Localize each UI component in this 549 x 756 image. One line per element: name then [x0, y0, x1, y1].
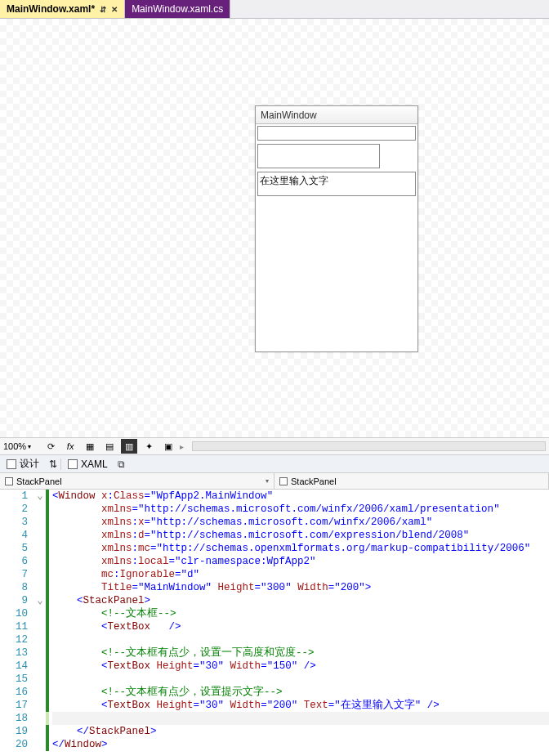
preview-window[interactable]: MainWindow 在这里输入文字 [255, 105, 418, 352]
tab-label: MainWindow.xaml* [7, 3, 95, 15]
code-line[interactable]: Title="MainWindow" Height="300" Width="2… [52, 581, 549, 594]
code-line[interactable]: <TextBox Height="30" Width="150" /> [52, 660, 549, 673]
close-icon[interactable]: ✕ [111, 5, 118, 14]
design-view-button[interactable]: 设计 [0, 455, 46, 472]
line-number: 1 [0, 490, 28, 503]
line-number: 14 [0, 660, 28, 673]
fold-toggle [34, 529, 46, 542]
code-line[interactable]: <!--文本框有点少，设置一下高度和宽度--> [52, 646, 549, 660]
preview-textbox-3-text: 在这里输入文字 [260, 175, 328, 186]
line-number: 2 [0, 503, 28, 516]
code-line[interactable] [52, 712, 549, 725]
fold-toggle [34, 660, 46, 673]
navigator-right-dropdown[interactable]: StackPanel [274, 473, 549, 489]
preview-textbox-1[interactable] [257, 126, 416, 141]
xaml-view-icon [68, 459, 78, 469]
line-number: 19 [0, 725, 28, 738]
code-line[interactable]: <StackPanel> [52, 594, 549, 607]
code-line[interactable]: </StackPanel> [52, 725, 549, 738]
fold-toggle [34, 712, 46, 725]
navigator-right-label: StackPanel [291, 476, 337, 486]
zoom-dropdown[interactable]: 100% ▾ [3, 441, 31, 451]
fold-toggle [34, 686, 46, 699]
line-number: 4 [0, 529, 28, 542]
code-content[interactable]: <Window x:Class="WpfApp2.MainWindow" xml… [49, 490, 549, 756]
design-xaml-nav: 设计 ⇅ XAML ⧉ [0, 455, 549, 473]
pin-icon[interactable]: ⇵ [100, 5, 106, 14]
line-number: 15 [0, 673, 28, 686]
code-line[interactable]: <!--文本框有点少，设置提示文字--> [52, 686, 549, 699]
chevron-right-icon: ▸ [180, 442, 184, 451]
fold-toggle [34, 725, 46, 738]
preview-textbox-3[interactable]: 在这里输入文字 [257, 172, 416, 196]
fold-toggle [34, 620, 46, 633]
code-line[interactable]: xmlns="http://schemas.microsoft.com/winf… [52, 503, 549, 516]
code-line[interactable] [52, 673, 549, 686]
fold-toggle [34, 633, 46, 646]
fold-toggle[interactable]: ⌄ [34, 490, 46, 503]
crosshair-button[interactable]: ✦ [141, 439, 157, 454]
preview-window-title: MainWindow [256, 106, 417, 124]
line-number: 12 [0, 633, 28, 646]
code-line[interactable]: <Window x:Class="WpfApp2.MainWindow" [52, 490, 549, 503]
fold-toggle[interactable]: ⌄ [34, 594, 46, 607]
grid-icon: ▦ [86, 441, 94, 452]
code-line[interactable] [52, 633, 549, 646]
line-number: 7 [0, 568, 28, 581]
line-number: 9 [0, 594, 28, 607]
line-number: 10 [0, 607, 28, 620]
code-line[interactable]: mc:Ignorable="d" [52, 568, 549, 581]
navigator-left-dropdown[interactable]: StackPanel ▾ [0, 473, 274, 489]
swap-icon: ⇅ [49, 459, 57, 470]
swap-panes-button[interactable]: ⇅ [46, 455, 60, 472]
fx-button[interactable]: fx [62, 439, 78, 454]
effects-button[interactable]: ▣ [160, 439, 176, 454]
fold-toggle [34, 646, 46, 660]
code-line[interactable]: xmlns:d="http://schemas.microsoft.com/ex… [52, 529, 549, 542]
tab-mainwindow-xaml[interactable]: MainWindow.xaml* ⇵ ✕ [0, 0, 125, 18]
code-line[interactable]: xmlns:mc="http://schemas.openxmlformats.… [52, 542, 549, 555]
line-number: 11 [0, 620, 28, 633]
code-line[interactable]: xmlns:x="http://schemas.microsoft.com/wi… [52, 516, 549, 529]
refresh-button[interactable]: ⟳ [42, 439, 59, 454]
code-line[interactable]: <TextBox /> [52, 620, 549, 633]
popout-icon[interactable]: ⧉ [118, 459, 125, 470]
code-line[interactable]: </Window> [52, 738, 549, 751]
fold-toggle [34, 555, 46, 568]
code-line[interactable]: <!--文本框--> [52, 607, 549, 620]
fx-icon: fx [67, 441, 74, 451]
line-number: 5 [0, 542, 28, 555]
snap-button[interactable]: ▥ [121, 439, 137, 454]
element-icon [279, 477, 288, 485]
snap-icon: ▥ [125, 441, 133, 452]
line-number: 13 [0, 646, 28, 660]
xaml-code-editor[interactable]: 1234567891011121314151617181920 ⌄⌄ <Wind… [0, 490, 549, 756]
line-number-gutter: 1234567891011121314151617181920 [0, 490, 34, 756]
fold-toggle [34, 607, 46, 620]
grid-icon: ▤ [105, 441, 114, 452]
xaml-design-surface[interactable]: MainWindow 在这里输入文字 [0, 19, 549, 437]
line-number: 6 [0, 555, 28, 568]
fold-toggle [34, 673, 46, 686]
chevron-down-icon: ▾ [28, 443, 31, 450]
fold-toggle [34, 738, 46, 751]
element-icon [5, 477, 13, 485]
xaml-view-button[interactable]: XAML [61, 455, 114, 472]
grid-button-2[interactable]: ▤ [101, 439, 118, 454]
xaml-view-label: XAML [81, 459, 108, 470]
line-number: 16 [0, 686, 28, 699]
design-view-label: 设计 [20, 457, 39, 471]
grid-button-1[interactable]: ▦ [82, 439, 98, 454]
crosshair-icon: ✦ [145, 441, 153, 452]
tab-mainwindow-xaml-cs[interactable]: MainWindow.xaml.cs [125, 0, 230, 18]
designer-tool-row: 100% ▾ ⟳ fx ▦ ▤ ▥ ✦ ▣ ▸ [0, 437, 549, 455]
navigator-left-label: StackPanel [16, 476, 62, 486]
fold-toggle [34, 581, 46, 594]
preview-textbox-2[interactable] [257, 144, 380, 168]
code-line[interactable]: <TextBox Height="30" Width="200" Text="在… [52, 699, 549, 712]
refresh-icon: ⟳ [47, 441, 55, 452]
fold-column[interactable]: ⌄⌄ [34, 490, 46, 756]
code-line[interactable]: xmlns:local="clr-namespace:WpfApp2" [52, 555, 549, 568]
designer-horizontal-scrollbar[interactable] [192, 441, 546, 451]
line-number: 8 [0, 581, 28, 594]
